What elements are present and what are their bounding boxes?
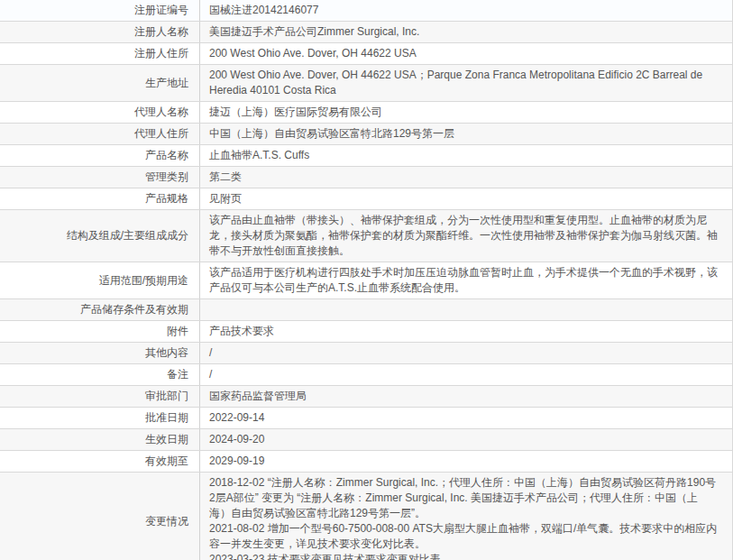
row-label: 产品规格 [0,188,200,209]
row-label: 结构及组成/主要组成成分 [0,210,200,262]
table-row: 注册人住所 200 West Ohio Ave. Dover, OH 44622… [0,43,732,65]
row-value-text: 2022-09-14 [209,410,264,426]
row-label: 生产地址 [0,65,200,101]
table-row: 有效期至 2029-09-19 [0,451,732,473]
row-label: 注册人名称 [0,22,200,42]
table-row: 审批部门 国家药品监督管理局 [0,386,732,408]
table-row: 生效日期 2024-09-20 [0,429,732,451]
table-row: 产品名称 止血袖带A.T.S. Cuffs [0,145,732,167]
table-row: 附件 产品技术要求 [0,321,732,343]
row-label: 附件 [0,321,200,342]
row-value: 国械注进20142146077 [200,0,732,21]
table-row: 产品规格 见附页 [0,188,732,210]
row-value-text: 第二类 [209,170,242,185]
table-row: 其他内容 / [0,343,732,364]
row-value-text: / [209,345,212,361]
row-value-text: 2024-09-20 [209,432,264,447]
row-value-text: 该产品适用于医疗机构进行四肢处手术时加压压迫动脉血管暂时止血，为手术提供一个无血… [209,265,719,296]
row-value: 该产品由止血袖带（带接头）、袖带保护套组成，分为一次性使用型和重复使用型。止血袖… [200,210,732,262]
row-label: 备注 [0,364,200,385]
row-value-text: 止血袖带A.T.S. Cuffs [209,148,309,163]
table-row: 批准日期 2022-09-14 [0,408,732,429]
row-value-text: 中国（上海）自由贸易试验区富特北路129号第一层 [209,126,454,142]
row-label: 适用范围/预期用途 [0,262,200,298]
table-row: 管理类别 第二类 [0,167,732,188]
row-label: 注册证编号 [0,0,200,21]
row-value [200,299,732,320]
row-value: 国家药品监督管理局 [200,386,732,407]
row-value: 2024-09-20 [200,429,732,450]
row-value: 中国（上海）自由贸易试验区富特北路129号第一层 [200,124,732,144]
row-value: 捷迈（上海）医疗国际贸易有限公司 [200,102,732,123]
row-value-text: 该产品由止血袖带（带接头）、袖带保护套组成，分为一次性使用型和重复使用型。止血袖… [209,213,719,259]
row-value: 美国捷迈手术产品公司Zimmer Surgical, Inc. [200,22,732,42]
row-label: 注册人住所 [0,43,200,64]
row-label: 产品名称 [0,145,200,166]
table-row: 备注 / [0,364,732,386]
row-value: 200 West Ohio Ave. Dover, OH 44622 USA；P… [200,65,732,101]
table-row: 代理人住所 中国（上海）自由贸易试验区富特北路129号第一层 [0,124,732,145]
row-label: 有效期至 [0,451,200,472]
row-value: 产品技术要求 [200,321,732,342]
table-row: 变更情况 2018-12-02 “注册人名称：Zimmer Surgical, … [0,473,732,560]
row-label: 代理人名称 [0,102,200,123]
table-row: 适用范围/预期用途 该产品适用于医疗机构进行四肢处手术时加压压迫动脉血管暂时止血… [0,262,732,299]
row-value-text: 美国捷迈手术产品公司Zimmer Surgical, Inc. [209,24,419,40]
table-row: 产品储存条件及有效期 [0,299,732,321]
row-label: 生效日期 [0,429,200,450]
row-value: / [200,364,732,385]
row-value-text: 2018-12-02 “注册人名称：Zimmer Surgical, Inc.；… [209,475,719,560]
row-value-text: 国家药品监督管理局 [209,389,307,404]
row-value-text: / [209,367,212,382]
row-value-text: 2029-09-19 [209,454,264,469]
row-value-text: 产品技术要求 [209,324,274,339]
row-value: 2022-09-14 [200,408,732,428]
registration-table: 注册证编号 国械注进20142146077 注册人名称 美国捷迈手术产品公司Zi… [0,0,733,560]
row-value: 2018-12-02 “注册人名称：Zimmer Surgical, Inc.；… [200,473,732,560]
table-row: 注册证编号 国械注进20142146077 [0,0,732,22]
row-value: 见附页 [200,188,732,209]
table-row: 注册人名称 美国捷迈手术产品公司Zimmer Surgical, Inc. [0,22,732,43]
row-label: 产品储存条件及有效期 [0,299,200,320]
row-value: 第二类 [200,167,732,188]
row-value: 止血袖带A.T.S. Cuffs [200,145,732,166]
row-label: 管理类别 [0,167,200,188]
row-value: 2029-09-19 [200,451,732,472]
row-label: 审批部门 [0,386,200,407]
row-value: 该产品适用于医疗机构进行四肢处手术时加压压迫动脉血管暂时止血，为手术提供一个无血… [200,262,732,298]
table-row: 代理人名称 捷迈（上海）医疗国际贸易有限公司 [0,102,732,124]
row-value-text: 200 West Ohio Ave. Dover, OH 44622 USA；P… [209,68,719,98]
row-label: 批准日期 [0,408,200,428]
row-label: 其他内容 [0,343,200,363]
row-value-text: 200 West Ohio Ave. Dover, OH 44622 USA [209,46,417,61]
row-label: 代理人住所 [0,124,200,144]
row-label: 变更情况 [0,473,200,560]
table-row: 结构及组成/主要组成成分 该产品由止血袖带（带接头）、袖带保护套组成，分为一次性… [0,210,732,262]
row-value: / [200,343,732,363]
table-row: 生产地址 200 West Ohio Ave. Dover, OH 44622 … [0,65,732,102]
row-value-text: 国械注进20142146077 [209,3,318,18]
row-value-text: 捷迈（上海）医疗国际贸易有限公司 [209,105,382,120]
row-value-text: 见附页 [209,191,242,207]
row-value: 200 West Ohio Ave. Dover, OH 44622 USA [200,43,732,64]
